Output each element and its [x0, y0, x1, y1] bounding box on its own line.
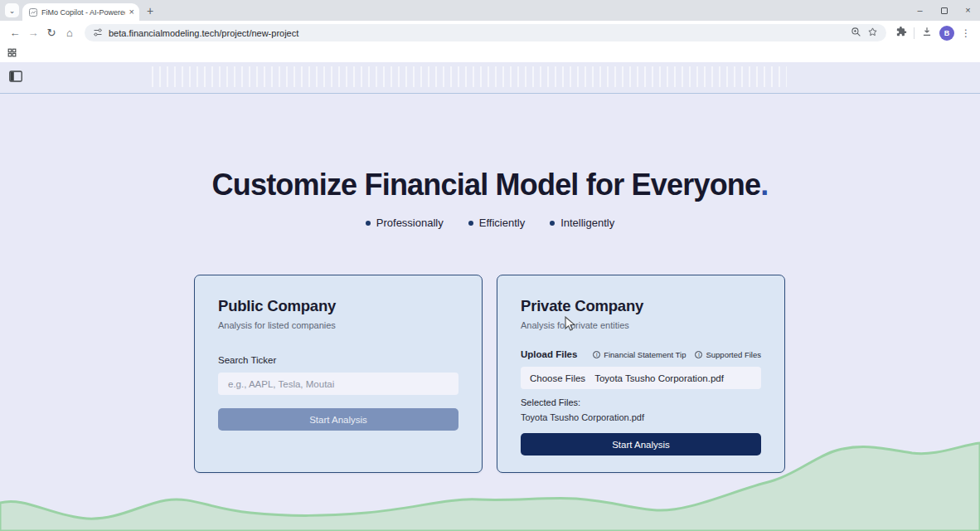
home-icon[interactable]: ⌂: [61, 27, 79, 39]
browser-window: ⌄ FiMo Copilot - AI-Powered Fi × + – × ←…: [0, 0, 980, 531]
tab-favicon-icon: [29, 5, 37, 20]
sidebar-toggle-icon[interactable]: [9, 71, 22, 85]
public-card-subtitle: Analysis for listed companies: [218, 320, 458, 330]
maximize-square: [941, 7, 948, 14]
bullet-dot-icon: [366, 221, 371, 226]
window-maximize-icon[interactable]: [932, 0, 956, 21]
bookmarks-bar: [0, 45, 980, 62]
file-upload-input[interactable]: Choose Files Toyota Tsusho Corporation.p…: [521, 367, 761, 389]
info-icon: i: [695, 351, 702, 358]
upload-files-row: Upload Files i Financial Statement Tip i…: [521, 349, 761, 359]
chosen-file-name: Toyota Tsusho Corporation.pdf: [594, 373, 724, 383]
tab-strip: ⌄ FiMo Copilot - AI-Powered Fi × + – ×: [0, 0, 980, 21]
page-title-accent-dot: .: [760, 168, 768, 202]
site-settings-tune-icon[interactable]: [93, 26, 103, 41]
page-content: Customize Financial Model for Everyone. …: [0, 62, 980, 531]
forward-icon[interactable]: →: [24, 27, 42, 39]
window-controls: – ×: [908, 0, 980, 21]
supported-files-link[interactable]: i Supported Files: [695, 350, 761, 359]
url-bar[interactable]: beta.financialmodeling.tech/project/new-…: [85, 24, 886, 41]
reload-icon[interactable]: ↻: [42, 27, 61, 39]
extensions-puzzle-icon[interactable]: [895, 26, 907, 41]
window-minimize-icon[interactable]: –: [908, 0, 932, 21]
browser-menu-kebab-icon[interactable]: ⋮: [961, 27, 971, 39]
feature-list: Professionally Efficiently Intelligently: [0, 217, 980, 229]
private-card-title: Private Company: [521, 297, 761, 315]
selected-file-name: Toyota Tsusho Corporation.pdf: [521, 412, 761, 422]
upload-files-label: Upload Files: [521, 349, 577, 359]
feature-label: Professionally: [376, 217, 444, 229]
green-wave-decoration: [0, 440, 980, 531]
choose-files-button[interactable]: Choose Files: [530, 373, 585, 383]
search-ticker-input[interactable]: [218, 373, 458, 395]
window-close-icon[interactable]: ×: [956, 0, 980, 21]
search-ticker-label: Search Ticker: [218, 355, 458, 365]
feature-intelligently: Intelligently: [550, 217, 614, 229]
private-card-subtitle: Analysis for private entities: [521, 320, 761, 330]
main-area: Customize Financial Model for Everyone. …: [0, 168, 980, 473]
page-title: Customize Financial Model for Everyone.: [0, 168, 980, 202]
browser-tab[interactable]: FiMo Copilot - AI-Powered Fi ×: [22, 3, 139, 21]
tab-close-icon[interactable]: ×: [129, 7, 134, 17]
feature-label: Efficiently: [479, 217, 525, 229]
financial-statement-tip-link[interactable]: i Financial Statement Tip: [593, 350, 686, 359]
bullet-dot-icon: [468, 221, 473, 226]
faded-toolbar-strip: [152, 66, 787, 87]
app-header: [0, 62, 980, 94]
browser-toolbar: ← → ↻ ⌂ beta.financialmodeling.tech/proj…: [0, 21, 980, 45]
tab-search-chevron-icon[interactable]: ⌄: [5, 3, 19, 17]
selected-files-label: Selected Files:: [521, 397, 761, 407]
public-card-title: Public Company: [218, 297, 458, 315]
financial-statement-tip-label: Financial Statement Tip: [604, 350, 686, 359]
download-icon[interactable]: [921, 26, 933, 41]
info-icon: i: [593, 351, 600, 358]
page-title-text: Customize Financial Model for Everyone: [212, 168, 761, 202]
tab-title: FiMo Copilot - AI-Powered Fi: [41, 8, 125, 17]
toolbar-separator: [914, 27, 915, 39]
zoom-magnifier-icon[interactable]: [851, 26, 861, 41]
apps-grid-icon[interactable]: [7, 46, 17, 61]
mouse-cursor: [565, 316, 575, 335]
bullet-dot-icon: [550, 221, 555, 226]
profile-avatar[interactable]: B: [939, 26, 954, 41]
back-icon[interactable]: ←: [6, 27, 24, 39]
feature-professionally: Professionally: [366, 217, 444, 229]
url-text[interactable]: beta.financialmodeling.tech/project/new-…: [109, 28, 845, 38]
toolbar-right-cluster: B ⋮: [892, 26, 974, 41]
bookmark-star-icon[interactable]: [867, 26, 878, 41]
new-tab-button[interactable]: +: [147, 4, 153, 17]
supported-files-label: Supported Files: [706, 350, 761, 359]
upload-tip-links: i Financial Statement Tip i Supported Fi…: [593, 350, 761, 359]
feature-efficiently: Efficiently: [468, 217, 525, 229]
feature-label: Intelligently: [560, 217, 614, 229]
public-start-analysis-button[interactable]: Start Analysis: [218, 408, 458, 431]
